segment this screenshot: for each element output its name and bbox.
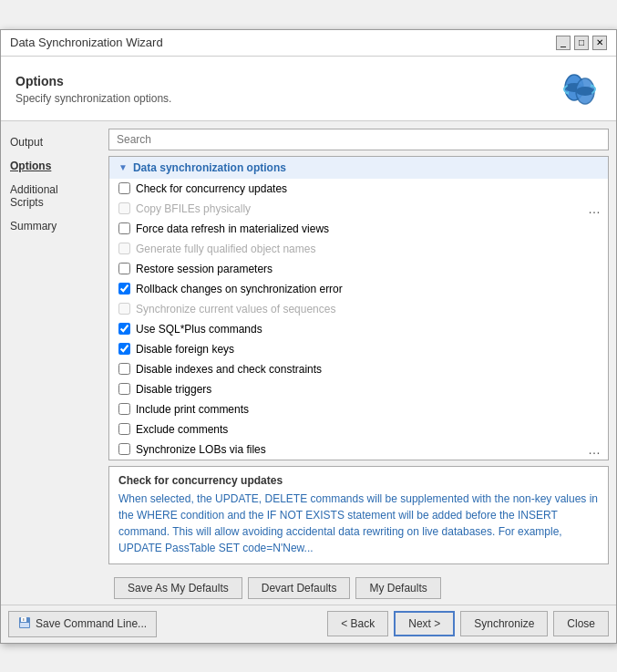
- label-include-print[interactable]: Include print comments: [136, 403, 599, 416]
- option-row-check-concurrency: Check for concurrency updates: [109, 179, 608, 199]
- options-list: ▼ Data synchronization options Check for…: [108, 156, 609, 460]
- back-button[interactable]: < Back: [327, 611, 388, 636]
- defaults-row: Save As My Defaults Devart Defaults My D…: [1, 572, 616, 605]
- option-row-sync-current-values: Synchronize current values of sequences: [109, 299, 608, 319]
- dots-button-sync-lobs[interactable]: …: [586, 442, 602, 457]
- header-section: Options Specify synchronization options.: [1, 57, 616, 121]
- checkbox-exclude-comments[interactable]: [118, 423, 130, 435]
- content-area: Output Options Additional Scripts Summar…: [1, 121, 616, 572]
- label-copy-bfiles: Copy BFILEs physically: [136, 202, 599, 215]
- footer: Save Command Line... < Back Next > Synch…: [1, 605, 616, 643]
- dots-button-copy-bfiles[interactable]: …: [586, 202, 602, 216]
- svg-point-3: [576, 87, 594, 96]
- synchronize-button[interactable]: Synchronize: [460, 611, 548, 636]
- option-row-sync-lobs: Synchronize LOBs via files …: [109, 439, 608, 460]
- header-title: Options: [15, 74, 171, 88]
- label-disable-indexes[interactable]: Disable indexes and check constraints: [136, 363, 599, 376]
- wizard-window: Data Synchronization Wizard ⎯ □ ✕ Option…: [0, 29, 617, 644]
- checkbox-disable-indexes[interactable]: [118, 363, 130, 375]
- option-row-disable-triggers: Disable triggers: [109, 379, 608, 399]
- options-header: ▼ Data synchronization options: [109, 157, 608, 179]
- sidebar: Output Options Additional Scripts Summar…: [1, 121, 101, 572]
- option-row-rollback-changes: Rollback changes on synchronization erro…: [109, 279, 608, 299]
- option-row-copy-bfiles: Copy BFILEs physically …: [109, 199, 608, 219]
- checkbox-use-sqlplus[interactable]: [118, 323, 130, 335]
- title-bar: Data Synchronization Wizard ⎯ □ ✕: [1, 30, 616, 57]
- options-section-label: Data synchronization options: [133, 161, 286, 174]
- option-row-disable-foreign: Disable foreign keys: [109, 339, 608, 359]
- collapse-triangle-icon[interactable]: ▼: [118, 162, 128, 172]
- option-row-use-sqlplus: Use SQL*Plus commands: [109, 319, 608, 339]
- header-text: Options Specify synchronization options.: [15, 74, 171, 105]
- label-disable-triggers[interactable]: Disable triggers: [136, 383, 599, 396]
- svg-rect-6: [20, 623, 29, 627]
- option-row-force-data-refresh: Force data refresh in materialized views: [109, 219, 608, 239]
- sidebar-item-additional-scripts[interactable]: Additional Scripts: [1, 178, 101, 214]
- label-use-sqlplus[interactable]: Use SQL*Plus commands: [136, 323, 599, 336]
- svg-rect-7: [23, 618, 25, 621]
- checkbox-restore-session[interactable]: [118, 263, 130, 274]
- checkbox-sync-current-values: [118, 303, 130, 315]
- checkbox-generate-qualified: [118, 243, 130, 254]
- save-command-line-label: Save Command Line...: [36, 617, 147, 630]
- sidebar-item-options[interactable]: Options: [1, 154, 101, 178]
- description-text: When selected, the UPDATE, DELETE comman…: [118, 491, 599, 556]
- next-button[interactable]: Next >: [394, 611, 455, 636]
- label-force-data-refresh[interactable]: Force data refresh in materialized views: [136, 222, 599, 235]
- maximize-button[interactable]: □: [574, 36, 589, 50]
- sync-icon: [558, 67, 602, 111]
- checkbox-force-data-refresh[interactable]: [118, 222, 130, 234]
- label-restore-session[interactable]: Restore session parameters: [136, 263, 599, 275]
- header-subtitle: Specify synchronization options.: [15, 92, 171, 105]
- checkbox-disable-foreign[interactable]: [118, 343, 130, 355]
- label-sync-lobs[interactable]: Synchronize LOBs via files: [136, 443, 599, 456]
- checkbox-sync-lobs[interactable]: [118, 443, 130, 455]
- option-row-restore-session: Restore session parameters: [109, 259, 608, 279]
- checkbox-check-concurrency[interactable]: [118, 182, 130, 194]
- footer-left: Save Command Line...: [8, 611, 157, 637]
- close-button-footer[interactable]: Close: [553, 611, 609, 636]
- checkbox-include-print[interactable]: [118, 403, 130, 415]
- label-sync-current-values: Synchronize current values of sequences: [136, 303, 599, 315]
- main-panel: ▼ Data synchronization options Check for…: [101, 121, 616, 572]
- sidebar-item-summary[interactable]: Summary: [1, 214, 101, 238]
- checkbox-disable-triggers[interactable]: [118, 383, 130, 395]
- footer-right: < Back Next > Synchronize Close: [327, 611, 609, 636]
- save-as-my-defaults-button[interactable]: Save As My Defaults: [114, 577, 242, 599]
- sidebar-item-output[interactable]: Output: [1, 130, 101, 154]
- checkbox-rollback-changes[interactable]: [118, 283, 130, 295]
- devart-defaults-button[interactable]: Devart Defaults: [248, 577, 351, 599]
- option-row-generate-qualified: Generate fully qualified object names: [109, 239, 608, 259]
- window-controls: ⎯ □ ✕: [556, 36, 607, 50]
- minimize-button[interactable]: ⎯: [556, 36, 571, 50]
- window-title: Data Synchronization Wizard: [10, 36, 163, 49]
- label-disable-foreign[interactable]: Disable foreign keys: [136, 343, 599, 356]
- label-exclude-comments[interactable]: Exclude comments: [136, 423, 599, 436]
- close-button[interactable]: ✕: [592, 36, 607, 50]
- label-generate-qualified: Generate fully qualified object names: [136, 243, 599, 255]
- checkbox-copy-bfiles: [118, 202, 130, 214]
- label-check-concurrency[interactable]: Check for concurrency updates: [136, 182, 599, 195]
- option-row-disable-indexes: Disable indexes and check constraints: [109, 359, 608, 379]
- description-title: Check for concurrency updates: [118, 474, 599, 487]
- floppy-disk-icon: [18, 616, 31, 632]
- description-section: Check for concurrency updates When selec…: [108, 466, 609, 564]
- search-input[interactable]: [108, 129, 609, 150]
- label-rollback-changes[interactable]: Rollback changes on synchronization erro…: [136, 283, 599, 295]
- option-row-include-print: Include print comments: [109, 399, 608, 419]
- save-command-line-button[interactable]: Save Command Line...: [8, 611, 157, 637]
- option-row-exclude-comments: Exclude comments: [109, 419, 608, 439]
- my-defaults-button[interactable]: My Defaults: [355, 577, 440, 599]
